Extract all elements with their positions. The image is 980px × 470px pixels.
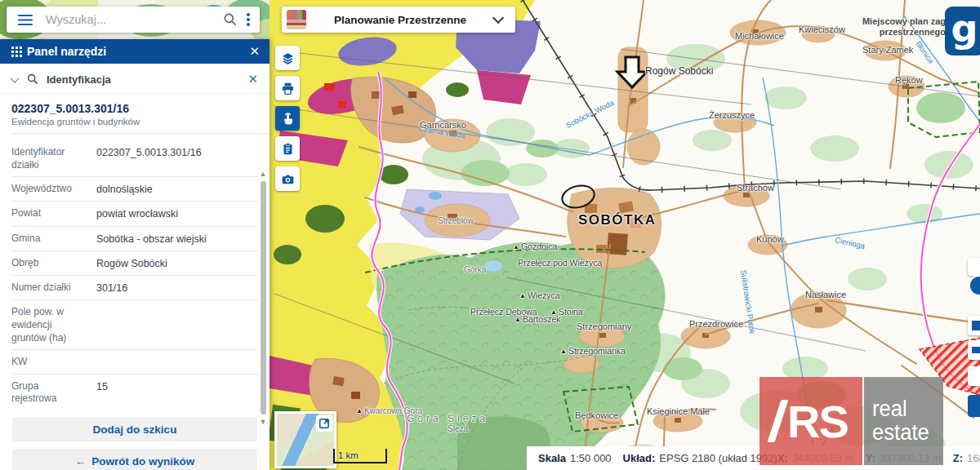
back-to-results-button[interactable]: ←Powrót do wyników	[12, 449, 257, 470]
tools-panel: Panel narzędzi ✕ Identyfikacja ✕ 022307_…	[0, 39, 270, 470]
print-button[interactable]	[275, 76, 300, 100]
watermark-roof-shape	[768, 400, 789, 442]
scroll-up-icon[interactable]: ▲	[259, 170, 267, 178]
watermark-logo-text: RS	[787, 395, 848, 448]
identify-section-icon	[26, 73, 39, 86]
result-subtitle: Ewidencja gruntów i budynków	[11, 117, 270, 134]
overview-minimap[interactable]	[274, 411, 336, 468]
identify-button[interactable]	[275, 106, 300, 131]
back-arrow-icon	[972, 347, 980, 353]
attribute-row: Województwodolnośląskie	[11, 177, 258, 202]
panel-scrollbar[interactable]: ▲ ▼	[259, 170, 267, 436]
screenshot-button[interactable]	[275, 166, 300, 191]
watermark-text-block: real estate	[864, 377, 943, 465]
plan-layer-label: Miejscowy plan zag przestrzennego	[817, 16, 946, 37]
search-icon[interactable]	[222, 11, 238, 28]
attribute-row: Numer działki301/16	[11, 276, 258, 300]
scroll-down-icon[interactable]: ▼	[259, 418, 267, 426]
panel-header: Panel narzędzi ✕	[0, 39, 270, 64]
print-icon	[281, 82, 295, 95]
map-control-button[interactable]	[968, 258, 980, 276]
profile-title: Planowanie Przestrzenne	[306, 14, 494, 26]
z-coordinate: Z:168.22	[953, 452, 980, 464]
attribute-row: Identyfikator działki022307_5.0013.301/1…	[11, 140, 258, 177]
profile-selector[interactable]: Planowanie Przestrzenne	[282, 7, 515, 33]
profile-thumbnail	[287, 10, 306, 29]
more-options-icon[interactable]	[238, 18, 260, 21]
attribute-row: ObrębRogów Sobócki	[11, 251, 258, 276]
open-in-new-icon	[318, 418, 330, 429]
layers-button[interactable]	[275, 46, 300, 70]
attribute-list[interactable]: Identyfikator działki022307_5.0013.301/1…	[11, 140, 258, 410]
map-control-button[interactable]	[968, 366, 980, 386]
grid-icon	[11, 47, 14, 49]
selection-icon	[972, 321, 980, 330]
scrollbar-thumb[interactable]	[261, 181, 266, 415]
map-control-button-active[interactable]	[968, 395, 980, 417]
attribute-row: Pole pow. w ewidencji gruntów (ha)	[11, 300, 258, 350]
sketch-button[interactable]	[275, 136, 300, 161]
menu-icon[interactable]	[7, 19, 44, 21]
attribute-row: GminaSobótka - obszar wiejski	[11, 227, 258, 251]
panel-close-icon[interactable]: ✕	[249, 44, 260, 59]
scale-readout: Skala1:50 000	[538, 452, 612, 464]
identification-section-header[interactable]: Identyfikacja ✕	[0, 65, 270, 94]
panel-title: Panel narzędzi	[27, 45, 249, 58]
layers-icon	[281, 51, 295, 65]
collapse-chevron-icon[interactable]	[10, 73, 19, 82]
crs-readout: Układ:EPSG 2180 (układ 1992)	[623, 452, 777, 464]
camera-icon	[281, 172, 295, 186]
back-arrow-icon: ←	[75, 455, 87, 468]
map-toolbar	[275, 46, 300, 197]
identify-tap-icon	[281, 112, 295, 126]
expand-minimap-button[interactable]	[316, 415, 332, 432]
search-input[interactable]	[44, 12, 222, 27]
watermark-logo-block: RS	[760, 377, 862, 465]
attribute-row: KW	[11, 350, 258, 375]
section-close-icon[interactable]: ✕	[247, 72, 258, 86]
result-id: 022307_5.0013.301/16	[11, 102, 270, 115]
geoportal-logo[interactable]: g	[945, 7, 980, 55]
search-bar	[7, 7, 260, 33]
attribute-row: Grupa rejestrowa15	[11, 375, 258, 410]
clipboard-icon	[281, 142, 295, 156]
attribute-row: Powiatpowiat wrocławski	[11, 202, 258, 226]
scale-bar: 1 km	[333, 449, 387, 463]
add-to-sketch-button[interactable]: Dodaj do szkicu	[12, 417, 257, 441]
section-title: Identyfikacja	[47, 73, 247, 86]
chevron-down-icon[interactable]	[492, 12, 504, 24]
